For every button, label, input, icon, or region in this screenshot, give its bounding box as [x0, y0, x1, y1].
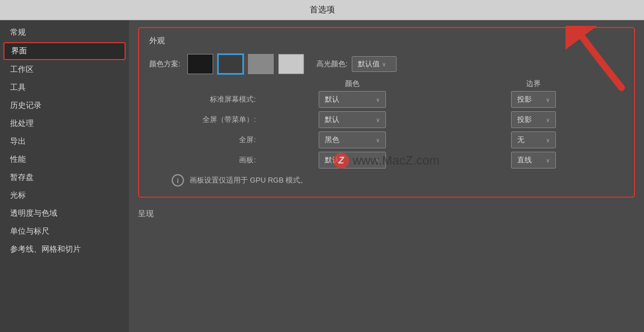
col-header-color: 颜色	[261, 79, 443, 89]
cell-artboard-color: 默认 ∨	[261, 152, 443, 169]
fullscreen-border-value: 无	[517, 135, 525, 145]
standard-color-chevron: ∨	[376, 97, 380, 103]
artboard-border-select[interactable]: 直线 ∨	[511, 152, 556, 169]
appearance-title: 外观	[149, 36, 624, 46]
fullscreen-color-select[interactable]: 黑色 ∨	[319, 131, 386, 148]
row-label-fullscreen: 全屏:	[149, 135, 261, 145]
artboard-color-select[interactable]: 默认 ∨	[319, 152, 386, 169]
standard-color-select[interactable]: 默认 ∨	[319, 91, 386, 108]
fullscreen-menu-color-value: 默认	[325, 115, 339, 125]
content-area: Z www.MacZ.com 外观 颜色方案: 高光颜色: 默认值 ∨	[129, 20, 644, 332]
appearance-section: 外观 颜色方案: 高光颜色: 默认值 ∨ 颜色 边界	[138, 27, 635, 198]
cell-fullscreen-menu-border: 投影 ∨	[443, 111, 624, 128]
cell-fullscreen-border: 无 ∨	[443, 131, 624, 148]
sidebar: 常规界面工作区工具历史记录批处理导出性能暂存盘光标透明度与色域单位与标尺参考线、…	[0, 20, 129, 332]
info-icon: i	[172, 174, 184, 187]
sidebar-item-workspace[interactable]: 工作区	[0, 61, 129, 79]
sidebar-item-units[interactable]: 单位与标尺	[0, 222, 129, 240]
table-row-standard: 标准屏幕模式: 默认 ∨ 投影 ∨	[149, 91, 624, 108]
table-section: 颜色 边界 标准屏幕模式: 默认 ∨ 投影 ∨	[149, 79, 624, 187]
table-row-fullscreen-menu: 全屏（带菜单）: 默认 ∨ 投影 ∨	[149, 111, 624, 128]
fullscreen-border-select[interactable]: 无 ∨	[511, 131, 556, 148]
swatch-black[interactable]	[187, 54, 213, 74]
fullscreen-menu-color-select[interactable]: 默认 ∨	[319, 111, 386, 128]
title-text: 首选项	[310, 4, 335, 14]
red-arrow-indicator	[565, 26, 633, 99]
standard-border-value: 投影	[517, 94, 532, 104]
cell-standard-color: 默认 ∨	[261, 91, 443, 108]
standard-border-chevron: ∨	[546, 97, 550, 103]
standard-border-select[interactable]: 投影 ∨	[511, 91, 556, 108]
table-header-row: 颜色 边界	[149, 79, 624, 89]
highlight-dropdown-chevron: ∨	[382, 61, 386, 67]
main-container: 常规界面工作区工具历史记录批处理导出性能暂存盘光标透明度与色域单位与标尺参考线、…	[0, 20, 644, 332]
sidebar-item-interface[interactable]: 界面	[3, 42, 126, 60]
color-scheme-row: 颜色方案: 高光颜色: 默认值 ∨	[149, 54, 624, 74]
table-row-fullscreen: 全屏: 黑色 ∨ 无 ∨	[149, 131, 624, 148]
cell-fullscreen-color: 黑色 ∨	[261, 131, 443, 148]
sidebar-item-transparency[interactable]: 透明度与色域	[0, 204, 129, 222]
artboard-border-value: 直线	[517, 155, 532, 165]
title-bar: 首选项	[0, 0, 644, 20]
row-label-fullscreen-menu: 全屏（带菜单）:	[149, 115, 261, 125]
swatch-gray[interactable]	[248, 54, 274, 74]
sidebar-item-guides[interactable]: 参考线、网格和切片	[0, 240, 129, 258]
fullscreen-menu-border-select[interactable]: 投影 ∨	[511, 111, 556, 128]
cell-artboard-border: 直线 ∨	[443, 152, 624, 169]
sidebar-item-batch[interactable]: 批处理	[0, 115, 129, 133]
standard-color-value: 默认	[325, 94, 339, 104]
highlight-color-value: 默认值	[358, 59, 380, 69]
sidebar-item-performance[interactable]: 性能	[0, 151, 129, 169]
swatch-lightgray[interactable]	[278, 54, 304, 74]
color-scheme-label: 颜色方案:	[149, 59, 181, 69]
table-row-artboard: 画板: 默认 ∨ 直线 ∨	[149, 152, 624, 169]
sidebar-item-cursor[interactable]: 光标	[0, 187, 129, 204]
row-label-artboard: 画板:	[149, 155, 261, 165]
cell-fullscreen-menu-color: 默认 ∨	[261, 111, 443, 128]
highlight-color-label: 高光颜色:	[316, 59, 348, 69]
fullscreen-menu-border-value: 投影	[517, 115, 532, 125]
info-row: i 画板设置仅适用于 GPU RGB 模式。	[149, 174, 624, 187]
sidebar-item-history[interactable]: 历史记录	[0, 97, 129, 115]
highlight-color-dropdown[interactable]: 默认值 ∨	[352, 56, 397, 72]
info-text: 画板设置仅适用于 GPU RGB 模式。	[190, 175, 307, 185]
sidebar-item-general[interactable]: 常规	[0, 24, 129, 42]
fullscreen-color-value: 黑色	[325, 135, 339, 145]
render-section-title: 呈现	[138, 209, 635, 219]
sidebar-item-export[interactable]: 导出	[0, 133, 129, 151]
sidebar-item-cache[interactable]: 暂存盘	[0, 169, 129, 187]
row-label-standard: 标准屏幕模式:	[149, 94, 261, 104]
swatch-darkgray[interactable]	[218, 54, 243, 74]
artboard-color-value: 默认	[325, 155, 339, 165]
sidebar-item-tools[interactable]: 工具	[0, 79, 129, 97]
